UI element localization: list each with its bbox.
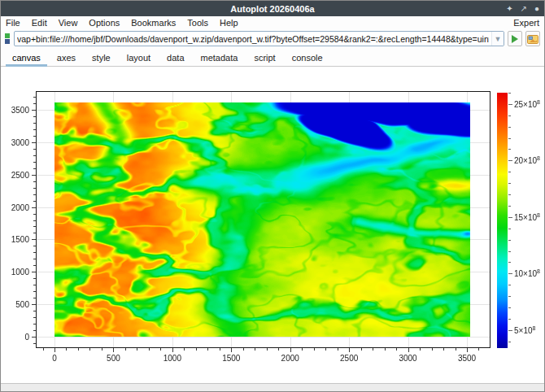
x-tick bbox=[54, 348, 55, 352]
colorbar-label-exponent: 8 bbox=[537, 212, 540, 218]
colorbar-tick bbox=[508, 296, 511, 297]
colorbar-tick bbox=[508, 138, 511, 139]
status-bar bbox=[1, 383, 544, 392]
x-tick bbox=[184, 348, 185, 351]
menu-bar: File Edit View Options Bookmarks Tools H… bbox=[1, 16, 544, 28]
window-title: Autoplot 20260406a bbox=[230, 4, 314, 14]
colorbar-label-mantissa: 5×10 bbox=[514, 326, 533, 335]
x-tick bbox=[314, 348, 315, 351]
y-tick bbox=[33, 168, 36, 169]
close-circle-icon[interactable]: ● bbox=[534, 5, 539, 13]
colorbar[interactable] bbox=[497, 93, 508, 348]
y-tick bbox=[33, 233, 36, 233]
menu-file[interactable]: File bbox=[6, 18, 20, 28]
x-tick-label: 2500 bbox=[340, 354, 358, 363]
x-tick bbox=[302, 348, 303, 351]
y-tick bbox=[33, 103, 36, 104]
colorbar-label-exponent: 8 bbox=[533, 325, 536, 331]
y-tick bbox=[33, 123, 36, 124]
y-tick bbox=[33, 162, 36, 163]
uri-field-wrap: ▼ bbox=[14, 31, 504, 46]
y-tick bbox=[33, 311, 36, 311]
menu-bookmarks[interactable]: Bookmarks bbox=[131, 18, 176, 28]
x-tick bbox=[125, 348, 126, 351]
y-tick bbox=[33, 265, 36, 266]
x-tick bbox=[220, 348, 220, 351]
x-tick bbox=[420, 348, 421, 351]
menu-options[interactable]: Options bbox=[89, 18, 120, 28]
y-tick bbox=[32, 142, 36, 143]
tab-canvas[interactable]: canvas bbox=[4, 50, 49, 66]
menu-edit[interactable]: Edit bbox=[32, 18, 47, 28]
expert-mode-label[interactable]: Expert bbox=[513, 18, 539, 28]
colorbar-tick-label: 5×108 bbox=[514, 325, 535, 335]
x-tick bbox=[196, 348, 197, 351]
tab-console[interactable]: console bbox=[284, 50, 331, 66]
colorbar-tick bbox=[508, 183, 511, 184]
y-tick bbox=[33, 252, 36, 253]
colorbar-tick bbox=[508, 149, 511, 150]
tab-axes[interactable]: axes bbox=[49, 50, 84, 66]
menu-help[interactable]: Help bbox=[220, 18, 238, 28]
go-button[interactable] bbox=[508, 31, 522, 46]
plot-canvas-area[interactable]: 0500100015002000250030003500050010001500… bbox=[1, 67, 544, 383]
colorbar-label-mantissa: 25×10 bbox=[514, 100, 537, 109]
colorbar-tick bbox=[508, 285, 511, 285]
y-tick bbox=[33, 181, 36, 182]
y-tick bbox=[33, 97, 36, 98]
tab-layout[interactable]: layout bbox=[119, 50, 159, 66]
x-tick-label: 1000 bbox=[164, 354, 181, 363]
y-tick bbox=[32, 175, 36, 176]
colorbar-tick bbox=[508, 160, 512, 161]
image-file-icon bbox=[527, 34, 538, 44]
tab-script[interactable]: script bbox=[246, 50, 283, 66]
inspect-button[interactable] bbox=[525, 31, 540, 46]
x-tick bbox=[456, 348, 456, 351]
x-tick bbox=[443, 348, 444, 351]
x-tick bbox=[231, 348, 232, 352]
y-tick bbox=[33, 226, 36, 227]
tab-metadata[interactable]: metadata bbox=[193, 50, 246, 66]
colorbar-tick bbox=[508, 172, 511, 172]
x-tick bbox=[113, 348, 114, 352]
menu-view[interactable]: View bbox=[59, 18, 78, 28]
title-bar[interactable]: Autoplot 20260406a ✦ ↗ ● bbox=[1, 1, 544, 16]
colorbar-tick bbox=[508, 104, 512, 105]
x-tick bbox=[325, 348, 326, 351]
y-tick bbox=[33, 246, 36, 246]
y-tick bbox=[33, 194, 36, 195]
resize-arrow-icon[interactable]: ↗ bbox=[521, 5, 527, 13]
tab-data[interactable]: data bbox=[159, 50, 192, 66]
colorbar-tick bbox=[508, 93, 511, 94]
pin-icon[interactable]: ✦ bbox=[506, 5, 512, 13]
x-tick bbox=[338, 348, 338, 351]
uri-input[interactable] bbox=[15, 32, 491, 46]
datasource-indicator-icon bbox=[5, 33, 11, 44]
y-tick bbox=[32, 207, 36, 208]
window-controls: ✦ ↗ ● bbox=[506, 1, 539, 16]
x-tick bbox=[243, 348, 244, 351]
y-tick-label: 1000 bbox=[8, 268, 29, 277]
colorbar-tick bbox=[508, 330, 512, 331]
colorbar-tick bbox=[508, 206, 511, 207]
y-tick bbox=[33, 155, 36, 156]
y-tick bbox=[33, 324, 36, 324]
x-tick bbox=[160, 348, 161, 351]
y-tick bbox=[32, 239, 36, 240]
address-bar: ▼ bbox=[1, 28, 544, 49]
y-tick bbox=[33, 214, 36, 215]
x-tick-label: 1500 bbox=[222, 354, 240, 363]
y-tick bbox=[33, 343, 36, 344]
colorbar-label-mantissa: 10×10 bbox=[514, 270, 537, 279]
x-tick bbox=[43, 348, 44, 351]
colorbar-tick bbox=[508, 240, 511, 241]
tab-style[interactable]: style bbox=[84, 50, 119, 66]
x-tick bbox=[255, 348, 255, 351]
colorbar-label-exponent: 8 bbox=[537, 155, 540, 161]
app-window: Autoplot 20260406a ✦ ↗ ● File Edit View … bbox=[0, 0, 545, 392]
x-tick bbox=[467, 348, 468, 352]
colorbar-tick-label: 15×108 bbox=[514, 212, 540, 222]
menu-tools[interactable]: Tools bbox=[187, 18, 208, 28]
y-tick bbox=[33, 285, 36, 285]
chevron-down-icon[interactable]: ▼ bbox=[491, 32, 504, 46]
